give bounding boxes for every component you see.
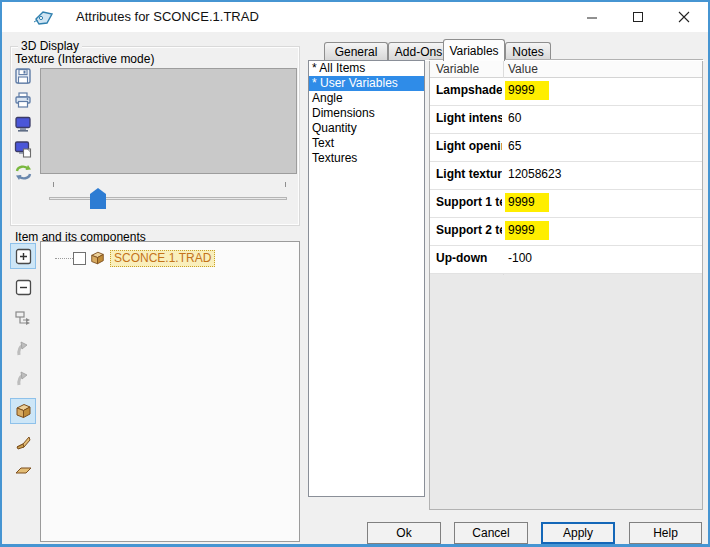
hierarchy-icon xyxy=(14,310,33,327)
texture-preview-viewport[interactable] xyxy=(40,68,297,174)
category-user-variables[interactable]: * User Variables xyxy=(309,76,424,91)
table-row[interactable]: Lampshade t 9999 xyxy=(430,78,702,106)
variable-value[interactable]: 65 xyxy=(508,139,521,153)
table-header: Variable Value xyxy=(430,60,702,78)
variable-value[interactable]: 9999 xyxy=(505,81,549,100)
tab-variables[interactable]: Variables xyxy=(443,39,505,61)
variable-value[interactable]: 9999 xyxy=(505,221,549,240)
monitor-page-icon xyxy=(14,140,32,158)
variable-value[interactable]: 60 xyxy=(508,111,521,125)
tag-icon xyxy=(33,10,55,26)
table-row[interactable]: Light intensit 60 xyxy=(430,106,702,134)
save-image-button[interactable] xyxy=(12,65,34,87)
tree-expand-button[interactable] xyxy=(10,243,36,269)
table-row[interactable]: Up-down -100 xyxy=(430,246,702,274)
display-group-label: 3D Display xyxy=(18,39,82,53)
attributes-dialog: Attributes for SCONCE.1.TRAD 3D Display … xyxy=(0,0,710,547)
rotate-up-button[interactable] xyxy=(10,336,36,362)
save-icon xyxy=(14,67,32,85)
tree-item-label[interactable]: SCONCE.1.TRAD xyxy=(110,250,215,267)
minimize-button[interactable] xyxy=(576,2,608,32)
table-row[interactable]: Light openin 65 xyxy=(430,134,702,162)
solid-view-button[interactable] xyxy=(10,398,36,424)
tree-collapse-button[interactable] xyxy=(10,274,36,300)
flat-surface-button[interactable] xyxy=(10,457,36,483)
category-textures[interactable]: Textures xyxy=(309,151,424,166)
gray-arrow-up-icon xyxy=(14,340,32,358)
variable-name: Light openin xyxy=(436,139,502,153)
category-dimensions[interactable]: Dimensions xyxy=(309,106,424,121)
tree-connector xyxy=(55,258,73,259)
category-all-items[interactable]: * All Items xyxy=(309,61,424,76)
refresh-view-button[interactable] xyxy=(12,161,34,183)
variable-name: Up-down xyxy=(436,251,502,265)
help-button[interactable]: Help xyxy=(629,522,702,544)
maximize-button[interactable] xyxy=(622,2,654,32)
component-cube-icon xyxy=(89,250,106,266)
tab-notes[interactable]: Notes xyxy=(505,42,551,60)
refresh-icon xyxy=(14,163,33,182)
variable-name: Lampshade t xyxy=(436,83,502,97)
variables-table: Variable Value Lampshade t 9999 Light in… xyxy=(429,59,703,510)
tab-add-ons[interactable]: Add-Ons xyxy=(388,42,449,60)
variable-value[interactable]: 12058623 xyxy=(508,167,561,181)
category-text[interactable]: Text xyxy=(309,136,424,151)
flat-plane-icon xyxy=(14,464,33,476)
angled-plane-icon xyxy=(14,434,33,450)
column-header-variable[interactable]: Variable xyxy=(436,62,479,76)
window-title: Attributes for SCONCE.1.TRAD xyxy=(76,9,259,24)
table-row[interactable]: Support 1 tex 9999 xyxy=(430,190,702,218)
category-quantity[interactable]: Quantity xyxy=(309,121,424,136)
components-tree: SCONCE.1.TRAD xyxy=(40,241,300,542)
cancel-button[interactable]: Cancel xyxy=(454,522,528,544)
rotate-down-button[interactable] xyxy=(10,367,36,393)
gray-arrow-down-icon xyxy=(14,371,32,389)
title-bar[interactable]: Attributes for SCONCE.1.TRAD xyxy=(2,2,708,32)
variable-name: Support 2 tex xyxy=(436,223,502,237)
variable-name: Light texture xyxy=(436,167,502,181)
tree-structure-button[interactable] xyxy=(10,305,36,331)
cube-icon xyxy=(14,402,33,420)
tab-general[interactable]: General xyxy=(324,42,388,60)
close-button[interactable] xyxy=(668,2,700,32)
display-mode-button[interactable] xyxy=(12,113,34,135)
zoom-slider-track[interactable] xyxy=(49,197,287,200)
variable-value[interactable]: -100 xyxy=(508,251,532,265)
monitor-icon xyxy=(14,115,32,133)
collapse-icon xyxy=(15,279,32,296)
table-row[interactable]: Support 2 tex 9999 xyxy=(430,218,702,246)
print-icon xyxy=(14,91,32,109)
variable-category-list: * All Items * User Variables Angle Dimen… xyxy=(308,60,425,497)
angled-surface-button[interactable] xyxy=(10,429,36,455)
apply-button[interactable]: Apply xyxy=(541,522,615,544)
tree-item-sconce[interactable]: SCONCE.1.TRAD xyxy=(55,249,215,267)
print-button[interactable] xyxy=(12,89,34,111)
column-header-value[interactable]: Value xyxy=(508,62,538,76)
texture-mode-label: Texture (Interactive mode) xyxy=(15,52,154,66)
variable-value[interactable]: 9999 xyxy=(505,193,549,212)
variable-name: Support 1 tex xyxy=(436,195,502,209)
table-row[interactable]: Light texture 12058623 xyxy=(430,162,702,190)
category-angle[interactable]: Angle xyxy=(309,91,424,106)
slider-tick-start xyxy=(53,182,54,187)
display-copy-button[interactable] xyxy=(12,138,34,160)
tree-item-checkbox[interactable] xyxy=(73,252,86,265)
expand-icon xyxy=(15,248,32,265)
ok-button[interactable]: Ok xyxy=(367,522,441,544)
slider-tick-end xyxy=(285,182,286,187)
variable-name: Light intensit xyxy=(436,111,502,125)
